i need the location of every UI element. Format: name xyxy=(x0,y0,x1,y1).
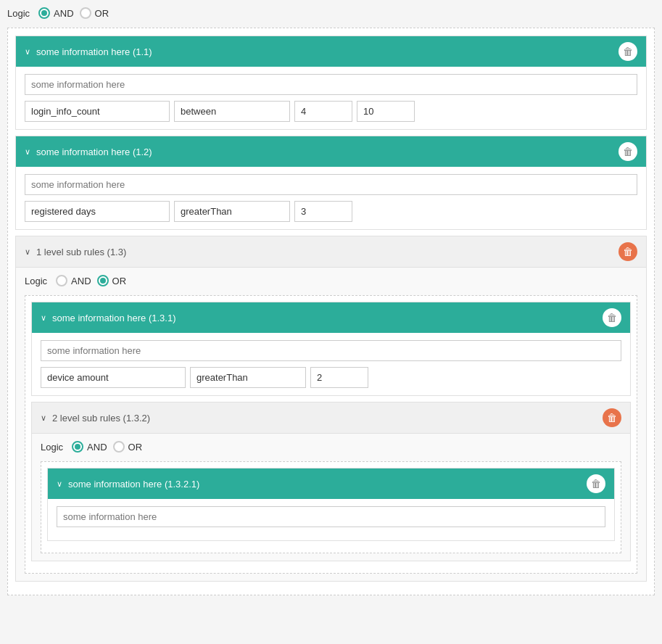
sub-rule-1-3-2-chevron: ∨ xyxy=(41,413,46,423)
top-and-radio[interactable] xyxy=(38,7,50,19)
rule-1-2-title: some information here (1.2) xyxy=(36,146,152,157)
rule-1-2-info-input[interactable] xyxy=(25,174,637,195)
sub-rule-1-3-2-or-label: OR xyxy=(128,442,143,453)
sub-rule-1-3-and-radio[interactable] xyxy=(56,275,67,286)
rule-1-3-1-info-input[interactable] xyxy=(41,340,621,361)
sub-rule-1-3-2-title-group: ∨ 2 level sub rules (1.3.2) xyxy=(41,413,150,424)
rule-1-2-chevron: ∨ xyxy=(25,147,30,157)
sub-rule-1-3-2-logic-group: AND OR xyxy=(72,441,142,453)
rule-1-3-2-1-chevron: ∨ xyxy=(57,479,62,489)
sub-rule-1-3-2-and-label: AND xyxy=(87,442,107,453)
top-and-label: AND xyxy=(54,8,73,19)
sub-rule-1-3-delete-button[interactable]: 🗑 xyxy=(618,242,637,261)
top-or-label: OR xyxy=(95,8,109,19)
rule-1-1-delete-button[interactable]: 🗑 xyxy=(618,42,637,61)
rule-1-1-field[interactable] xyxy=(25,101,170,122)
sub-rule-1-3-and-option[interactable]: AND xyxy=(56,275,91,286)
top-logic-label: Logic xyxy=(7,8,30,19)
rule-1-3-1-value1[interactable] xyxy=(310,367,368,388)
rule-1-3-1-title-group: ∨ some information here (1.3.1) xyxy=(41,313,176,323)
rule-1-2: ∨ some information here (1.2) 🗑 xyxy=(15,136,647,230)
sub-rule-1-3-2-body: Logic AND OR xyxy=(32,434,630,561)
rule-1-2-body xyxy=(16,167,646,229)
sub-rule-1-3-header: ∨ 1 level sub rules (1.3) 🗑 xyxy=(16,236,646,268)
rule-1-3-1-header: ∨ some information here (1.3.1) 🗑 xyxy=(32,302,630,333)
sub-rule-1-3-or-option[interactable]: OR xyxy=(97,275,127,286)
rule-1-2-value1[interactable] xyxy=(294,201,352,222)
sub-rule-1-3-2-logic-row: Logic AND OR xyxy=(41,441,621,453)
rule-1-2-delete-button[interactable]: 🗑 xyxy=(618,142,637,161)
sub-rule-1-3-chevron: ∨ xyxy=(25,247,30,257)
sub-rule-1-3-2-header: ∨ 2 level sub rules (1.3.2) 🗑 xyxy=(32,402,630,434)
rule-1-1-title-group: ∨ some information here (1.1) xyxy=(25,46,152,57)
rule-1-3-2-1-info-input[interactable] xyxy=(57,506,605,527)
rule-1-3-2-1: ∨ some information here (1.3.2.1) 🗑 xyxy=(47,468,615,541)
rule-1-2-operator[interactable] xyxy=(174,201,290,222)
sub-rule-1-3-or-label: OR xyxy=(112,276,127,286)
rule-1-1-title: some information here (1.1) xyxy=(36,46,152,57)
rule-1-3-1-condition-row xyxy=(41,367,621,388)
rule-1-3-1-delete-button[interactable]: 🗑 xyxy=(603,308,621,327)
rule-1-1-value1[interactable] xyxy=(294,101,352,122)
rule-1-1-operator[interactable] xyxy=(174,101,290,122)
rule-1-3-1-field[interactable] xyxy=(41,367,186,388)
rule-1-1-value2[interactable] xyxy=(357,101,415,122)
sub-rule-1-3-2-title: 2 level sub rules (1.3.2) xyxy=(52,413,150,424)
rule-1-1-body xyxy=(16,67,646,129)
sub-rule-1-3-title: 1 level sub rules (1.3) xyxy=(36,247,126,257)
sub-rule-1-3-2-delete-button[interactable]: 🗑 xyxy=(603,408,621,427)
sub-rule-1-3-or-radio[interactable] xyxy=(97,275,109,286)
sub-rule-1-3-body: Logic AND OR xyxy=(16,268,646,581)
rule-1-2-condition-row xyxy=(25,201,637,222)
rule-1-3-1-operator[interactable] xyxy=(190,367,306,388)
top-or-radio[interactable] xyxy=(80,7,91,19)
rule-1-1: ∨ some information here (1.1) 🗑 xyxy=(15,36,647,130)
sub-rule-1-3-title-group: ∨ 1 level sub rules (1.3) xyxy=(25,247,126,257)
rule-1-3-1-body xyxy=(32,333,630,395)
top-logic-row: Logic AND OR xyxy=(7,7,655,19)
rule-1-1-info-input[interactable] xyxy=(25,74,637,95)
rule-1-3-2-1-delete-button[interactable]: 🗑 xyxy=(587,474,605,493)
rule-1-1-chevron: ∨ xyxy=(25,47,30,57)
sub-rule-1-3-logic-label: Logic xyxy=(25,276,47,286)
sub-rule-1-3-2-or-option[interactable]: OR xyxy=(113,441,143,453)
top-and-option[interactable]: AND xyxy=(38,7,73,19)
sub-rule-1-3-nested-container: ∨ some information here (1.3.1) 🗑 xyxy=(25,295,637,574)
rule-1-3-2-1-body xyxy=(48,499,614,540)
sub-rule-1-3-logic-row: Logic AND OR xyxy=(25,275,637,286)
sub-rule-1-3-2-and-radio[interactable] xyxy=(72,441,83,453)
top-or-option[interactable]: OR xyxy=(80,7,109,19)
sub-rule-1-3-2-nested-container: ∨ some information here (1.3.2.1) 🗑 xyxy=(41,461,621,553)
rule-1-2-header: ∨ some information here (1.2) 🗑 xyxy=(16,136,646,167)
top-logic-group: AND OR xyxy=(38,7,109,19)
sub-rule-1-3-2-block: ∨ 2 level sub rules (1.3.2) 🗑 Logic xyxy=(31,402,631,561)
rules-container: ∨ some information here (1.1) 🗑 ∨ some i… xyxy=(7,28,655,595)
sub-rule-1-3-logic-group: AND OR xyxy=(56,275,126,286)
sub-rule-1-3-block: ∨ 1 level sub rules (1.3) 🗑 Logic AND OR xyxy=(15,236,647,582)
sub-rule-1-3-2-logic-label: Logic xyxy=(41,442,63,453)
rule-1-3-1-title: some information here (1.3.1) xyxy=(52,313,176,323)
rule-1-1-header: ∨ some information here (1.1) 🗑 xyxy=(16,36,646,67)
rule-1-2-field[interactable] xyxy=(25,201,170,222)
rule-1-3-1: ∨ some information here (1.3.1) 🗑 xyxy=(31,302,631,396)
rule-1-3-2-1-title-group: ∨ some information here (1.3.2.1) xyxy=(57,479,199,490)
sub-rule-1-3-2-or-radio[interactable] xyxy=(113,441,125,453)
sub-rule-1-3-2-and-option[interactable]: AND xyxy=(72,441,107,453)
rule-1-3-1-chevron: ∨ xyxy=(41,313,46,323)
rule-1-3-2-1-header: ∨ some information here (1.3.2.1) 🗑 xyxy=(48,468,614,499)
sub-rule-1-3-and-label: AND xyxy=(71,276,91,286)
rule-1-3-2-1-title: some information here (1.3.2.1) xyxy=(68,479,199,490)
rule-1-2-title-group: ∨ some information here (1.2) xyxy=(25,146,152,157)
rule-1-1-condition-row xyxy=(25,101,637,122)
